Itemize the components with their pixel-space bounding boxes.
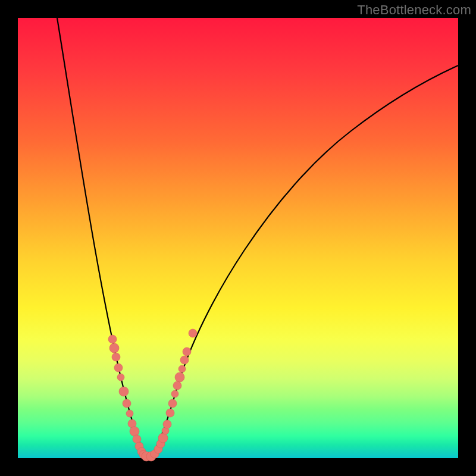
data-dot xyxy=(175,372,184,382)
data-dot xyxy=(178,365,186,372)
chart-frame: TheBottleneck.com xyxy=(0,0,476,476)
data-dot xyxy=(126,410,133,417)
data-dot xyxy=(123,399,131,408)
data-dot xyxy=(130,427,139,436)
watermark-text: TheBottleneck.com xyxy=(357,2,471,18)
data-dot xyxy=(166,409,174,417)
data-dot xyxy=(180,356,189,364)
data-dot xyxy=(108,335,117,343)
right-curve xyxy=(149,65,458,458)
data-dot xyxy=(183,347,191,356)
left-curve xyxy=(57,18,149,458)
data-dot xyxy=(163,420,171,428)
data-dot xyxy=(119,387,129,396)
curves-svg xyxy=(18,18,458,458)
data-dot xyxy=(168,399,177,408)
right-curve-dots xyxy=(146,329,197,461)
data-dot xyxy=(189,329,197,337)
data-dot xyxy=(112,353,120,361)
data-dot xyxy=(117,374,124,381)
data-dot xyxy=(158,433,168,443)
data-dot xyxy=(171,390,178,397)
plot-area xyxy=(18,18,458,458)
data-dot xyxy=(114,364,123,372)
left-curve-dots xyxy=(108,335,151,461)
data-dot xyxy=(173,381,181,390)
data-dot xyxy=(109,343,119,353)
